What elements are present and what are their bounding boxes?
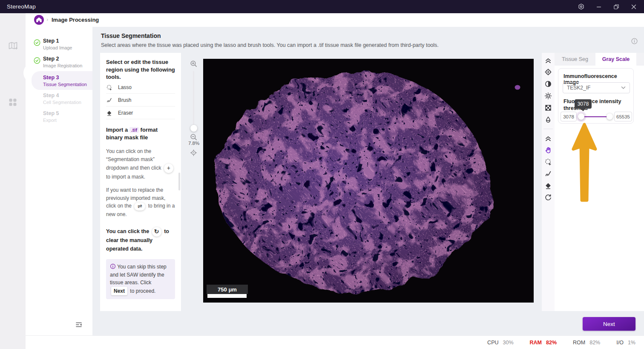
brightness-icon[interactable]: [544, 92, 552, 100]
checkerboard-opacity-icon[interactable]: [544, 104, 552, 112]
tool-row-lasso: Lasso: [106, 82, 175, 94]
next-chip: Next: [111, 287, 127, 296]
scale-bar: 750 μm: [207, 285, 248, 298]
para-replace-mask: If you want to replace the previously im…: [106, 186, 175, 218]
para-import-mask: You can click on the “Segmentation mask”…: [106, 147, 175, 181]
step-title: Step 5: [43, 110, 59, 117]
scale-bar-label: 750 μm: [207, 285, 248, 294]
threshold-min-input[interactable]: 3078: [561, 112, 577, 121]
slider-handle-high[interactable]: [607, 113, 613, 120]
threshold-slider-track[interactable]: [578, 113, 613, 120]
step-label: Cell Segmentation: [43, 99, 81, 105]
tool-label-brush: Brush: [118, 97, 131, 103]
zoom-slider-track[interactable]: [193, 71, 194, 130]
step-label: Export: [43, 117, 59, 123]
status-bar: CPU 30% RAM 82% ROM 82% I/O 1%: [26, 335, 644, 349]
panel-tabs: Tissue Seg Gray Scale: [555, 53, 644, 66]
step-title: Step 4: [43, 92, 81, 99]
slider-handle-low[interactable]: [578, 113, 584, 120]
nav-rail: [0, 13, 26, 349]
zoom-slider-handle[interactable]: [190, 125, 197, 132]
plus-icon: +: [164, 164, 173, 173]
map-icon[interactable]: [7, 40, 18, 52]
step-label: Upload Image: [43, 45, 72, 51]
ram-stat: RAM 82%: [530, 340, 557, 346]
if-image-dropdown[interactable]: TESK2_IF: [563, 82, 630, 93]
skip-step-tip: You can skip this step and let SAW ident…: [106, 259, 175, 299]
brush-tool-icon[interactable]: [544, 170, 552, 178]
step-item-5: Step 5Export: [26, 110, 92, 127]
pan-hand-icon[interactable]: [544, 146, 552, 154]
scrollbar-thumb[interactable]: [178, 173, 180, 190]
home-icon[interactable]: [34, 15, 44, 25]
tools-intro-text: Select or edit the tissue region using t…: [106, 58, 175, 81]
toolbar-divider: [543, 129, 553, 129]
tab-gray-scale[interactable]: Gray Scale: [595, 53, 636, 66]
lasso-plus-icon[interactable]: [544, 158, 552, 166]
threshold-tooltip: 3078: [575, 99, 592, 109]
step-label: Tissue Segmentation: [43, 81, 87, 87]
app-window: StereoMap: [0, 0, 644, 349]
slider-fill-line: [581, 116, 610, 118]
steps-panel: Step 1Upload Image Step 2Image Registrat…: [26, 27, 92, 335]
gray-scale-card: Immunofluorescence image TESK2_IF Fluore…: [558, 68, 634, 124]
next-button[interactable]: Next: [583, 317, 635, 331]
step-item-1[interactable]: Step 1Upload Image: [26, 38, 92, 55]
registration-adjust-icon[interactable]: [544, 68, 552, 76]
zoom-level-label: 7.8%: [184, 141, 203, 146]
threshold-slider-row: 3078 65535: [561, 112, 632, 121]
close-icon[interactable]: [630, 3, 637, 10]
tif-badge: .tif: [129, 127, 139, 133]
info-icon[interactable]: [631, 37, 638, 45]
eraser-tool-icon[interactable]: [544, 182, 552, 190]
image-canvas[interactable]: 750 μm: [203, 59, 534, 303]
main-content: Tissue Segmentation Select areas where t…: [92, 27, 644, 335]
if-image-value: TESK2_IF: [567, 85, 590, 91]
window-controls: [578, 3, 644, 10]
cpu-stat: CPU 30%: [487, 340, 513, 346]
breadcrumb-separator: ›: [46, 16, 48, 23]
minimize-icon[interactable]: [595, 3, 602, 10]
collapse-panel-icon[interactable]: [75, 321, 83, 329]
contrast-icon[interactable]: [544, 80, 552, 88]
title-bar: StereoMap: [0, 0, 644, 13]
locate-crosshair-icon[interactable]: [190, 149, 197, 156]
apps-icon[interactable]: [7, 97, 18, 108]
tab-tissue-seg[interactable]: Tissue Seg: [555, 53, 595, 66]
zoom-out-icon[interactable]: [190, 133, 198, 141]
info-circle-icon: [110, 263, 116, 269]
settings-gear-icon[interactable]: [578, 3, 585, 10]
step-title: Step 1: [43, 38, 72, 45]
check-circle-icon: [34, 57, 40, 64]
breadcrumb-label: Image Processing: [52, 17, 99, 23]
saturation-droplet-icon[interactable]: [544, 116, 552, 124]
import-heading: Import a .tif format binary mask file: [106, 126, 175, 142]
collapse-chevrons-up-icon[interactable]: [544, 56, 552, 64]
swap-icon: ⇌: [134, 202, 145, 211]
check-circle-icon: [34, 39, 40, 46]
step-item-2[interactable]: Step 2Image Registration: [26, 56, 92, 73]
step-item-3-active[interactable]: Step 3Tissue Segmentation: [26, 75, 92, 92]
zoom-in-icon[interactable]: [190, 60, 198, 68]
chevron-down-icon: [621, 86, 626, 89]
step-label: Image Registration: [43, 63, 82, 69]
io-stat: I/O 1%: [616, 340, 635, 346]
page-subtitle: Select areas where the tissue was placed…: [101, 42, 439, 48]
reset-redo-icon[interactable]: [544, 194, 552, 202]
step-title: Step 2: [43, 56, 82, 63]
restore-window-icon[interactable]: [612, 3, 620, 10]
redo-icon: ↻: [152, 227, 161, 237]
collapse-chevrons-up-icon-2[interactable]: [544, 134, 552, 142]
app-title: StereoMap: [7, 3, 36, 10]
page-title: Tissue Segmentation: [101, 32, 161, 39]
threshold-max-input[interactable]: 65535: [614, 112, 632, 121]
scale-bar-line: [207, 294, 247, 298]
brush-icon: [106, 97, 112, 104]
para-clear-data: You can click the ↻ to clear the manuall…: [106, 227, 175, 253]
step-title: Step 3: [43, 75, 87, 81]
tissue-fluorescence-image: [203, 59, 534, 303]
eraser-icon: [106, 110, 112, 116]
tool-label-lasso: Lasso: [118, 84, 132, 90]
step-item-4: Step 4Cell Segmentation: [26, 92, 92, 110]
rom-stat: ROM 82%: [573, 340, 600, 346]
